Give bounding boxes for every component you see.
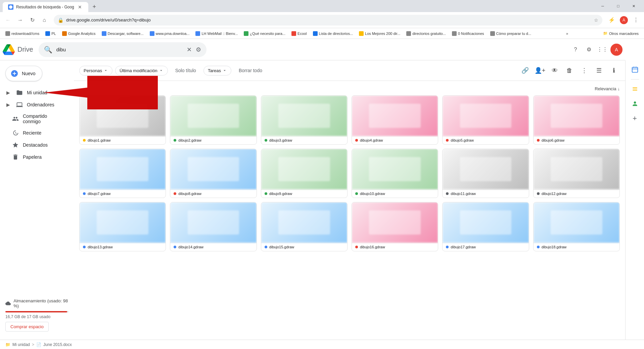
- drive-logo[interactable]: Drive: [3, 44, 33, 56]
- list-view-button[interactable]: ☰: [593, 64, 605, 77]
- bookmark-analytics[interactable]: Google Analytics: [59, 30, 98, 37]
- file-name: dibujo11.gdraw: [451, 192, 525, 196]
- calendar-panel-button[interactable]: [628, 63, 642, 77]
- bookmark-que[interactable]: ¿Qué necesito para...: [241, 30, 288, 37]
- bookmark-label-pl: PL: [51, 32, 56, 36]
- bookmarks-more-button[interactable]: »: [564, 30, 570, 37]
- settings-button[interactable]: ⚙: [584, 44, 594, 55]
- home-button[interactable]: ⌂: [39, 15, 50, 26]
- sidebar-label-destacados: Destacados: [23, 142, 48, 148]
- sidebar-item-papelera[interactable]: Papelera: [0, 151, 71, 163]
- file-card[interactable]: dibujo1.gdraw: [79, 95, 166, 145]
- more-icon-button[interactable]: ⋮: [578, 64, 590, 77]
- star-icon: [12, 142, 19, 148]
- file-card[interactable]: dibujo10.gdraw: [352, 149, 438, 198]
- minimize-button[interactable]: ─: [595, 1, 610, 11]
- tareas-label: Tareas: [208, 68, 221, 73]
- search-input[interactable]: [56, 47, 183, 52]
- back-button[interactable]: ←: [3, 15, 13, 26]
- ultima-mod-label: Última modificación: [120, 68, 157, 73]
- file-card[interactable]: dibujo17.gdraw: [442, 202, 529, 251]
- bookmark-como[interactable]: Cómo preparar tu d...: [488, 30, 534, 37]
- file-card[interactable]: dibujo18.gdraw: [533, 202, 620, 251]
- file-name: dibujo10.gdraw: [360, 192, 434, 196]
- forward-button[interactable]: →: [15, 15, 26, 26]
- bookmark-star-icon[interactable]: ☆: [594, 17, 598, 23]
- file-grid: dibujo1.gdrawdibujo2.gdrawdibujo3.gdrawd…: [79, 95, 620, 251]
- buy-storage-button[interactable]: Comprar espacio: [5, 322, 49, 332]
- bookmark-lh[interactable]: LH WebMail :: Bienv...: [193, 30, 240, 37]
- bookmark-directorios[interactable]: directorios gratuito...: [404, 30, 449, 37]
- preview-icon-button[interactable]: 👁: [549, 64, 561, 77]
- sidebar-item-mi-unidad[interactable]: ▶ Mi unidad: [0, 87, 71, 99]
- share-icon-button[interactable]: 👤+: [534, 64, 546, 77]
- storage-info: Almacenamiento (usado: 98 %): [5, 298, 68, 308]
- profile-button[interactable]: A: [618, 15, 629, 26]
- file-card[interactable]: dibujo16.gdraw: [352, 202, 438, 251]
- file-card[interactable]: dibujo6.gdraw: [533, 95, 620, 145]
- file-card[interactable]: dibujo13.gdraw: [79, 202, 166, 251]
- file-type-indicator: [174, 246, 176, 248]
- bookmark-ecool[interactable]: Ecool: [289, 30, 310, 37]
- bookmark-redownload[interactable]: redownload//cms: [3, 30, 42, 37]
- clear-search-icon[interactable]: ✕: [187, 46, 192, 53]
- file-type-indicator: [537, 139, 540, 142]
- bookmark-mejores[interactable]: Los Mejores 200 dir...: [356, 30, 403, 37]
- file-card[interactable]: dibujo8.gdraw: [170, 149, 257, 198]
- file-name: dibujo6.gdraw: [542, 138, 616, 142]
- tasks-panel-button[interactable]: [628, 82, 642, 96]
- bookmark-descargar[interactable]: Descargar, software...: [99, 30, 146, 37]
- file-card[interactable]: dibujo5.gdraw: [442, 95, 529, 145]
- extensions-button[interactable]: ⚡: [606, 15, 617, 26]
- file-thumbnail: [352, 96, 438, 136]
- link-icon-button[interactable]: 🔗: [519, 64, 531, 77]
- close-button[interactable]: ✕: [626, 1, 641, 11]
- sidebar-item-compartido[interactable]: Compartido conmigo: [0, 111, 71, 127]
- file-card[interactable]: dibujo7.gdraw: [79, 149, 166, 198]
- sidebar-item-destacados[interactable]: Destacados: [0, 139, 71, 151]
- new-tab-button[interactable]: +: [90, 2, 99, 11]
- info-button[interactable]: ℹ: [608, 64, 620, 77]
- user-avatar[interactable]: A: [610, 44, 623, 56]
- bookmark-lista[interactable]: Lista de directorios...: [310, 30, 356, 37]
- ultima-mod-filter[interactable]: Última modificación: [115, 66, 168, 76]
- file-card[interactable]: dibujo3.gdraw: [261, 95, 348, 145]
- bookmarks-folder[interactable]: 📁 Otros marcadores: [600, 30, 641, 37]
- active-tab[interactable]: Resultados de búsqueda - Goog ✕: [3, 2, 88, 12]
- tab-close-button[interactable]: ✕: [77, 4, 83, 10]
- personas-filter[interactable]: Personas: [79, 66, 112, 76]
- bookmark-notificaciones[interactable]: 0 Notificaciones: [449, 30, 487, 37]
- help-button[interactable]: ?: [570, 44, 581, 55]
- sidebar-item-reciente[interactable]: Reciente: [0, 127, 71, 139]
- file-card[interactable]: dibujo4.gdraw: [352, 95, 438, 145]
- delete-icon-button[interactable]: 🗑: [563, 64, 576, 77]
- bookmark-pl[interactable]: PL: [43, 30, 58, 37]
- reload-button[interactable]: ↻: [27, 15, 38, 26]
- bookmark-favicon-notif: [452, 31, 457, 36]
- filter-icon[interactable]: ⚙: [196, 46, 201, 53]
- apps-button[interactable]: ⋮⋮: [597, 44, 608, 55]
- menu-button[interactable]: ⋮: [631, 15, 641, 26]
- bookmark-favicon-como: [490, 31, 495, 36]
- solo-titulo-filter[interactable]: Solo título: [171, 66, 201, 75]
- file-card[interactable]: dibujo15.gdraw: [261, 202, 348, 251]
- borrar-todo-button[interactable]: Borrar todo: [234, 66, 267, 75]
- address-bar[interactable]: 🔒 drive.google.com/drive/u/0/search?q=di…: [54, 15, 602, 26]
- file-card[interactable]: dibujo9.gdraw: [261, 149, 348, 198]
- add-panel-button[interactable]: +: [628, 112, 642, 125]
- new-button[interactable]: Nuevo: [5, 66, 42, 81]
- maximize-button[interactable]: □: [610, 1, 626, 11]
- tareas-filter[interactable]: Tareas: [203, 66, 231, 76]
- file-name: dibujo9.gdraw: [269, 192, 344, 196]
- drive-search-bar[interactable]: 🔍 ✕ ⚙: [39, 42, 206, 57]
- file-card[interactable]: dibujo2.gdraw: [170, 95, 257, 145]
- file-card[interactable]: dibujo14.gdraw: [170, 202, 257, 251]
- sort-bar[interactable]: Relevancia ↓: [79, 86, 620, 91]
- file-info: dibujo9.gdraw: [261, 189, 347, 198]
- file-card[interactable]: dibujo11.gdraw: [442, 149, 529, 198]
- contacts-panel-button[interactable]: [628, 97, 642, 110]
- file-card[interactable]: dibujo12.gdraw: [533, 149, 620, 198]
- breadcrumb-separator: >: [32, 342, 34, 347]
- sidebar-item-ordenadores[interactable]: ▶ Ordenadores: [0, 99, 71, 111]
- bookmark-pma[interactable]: www.pma.downloa...: [147, 30, 192, 37]
